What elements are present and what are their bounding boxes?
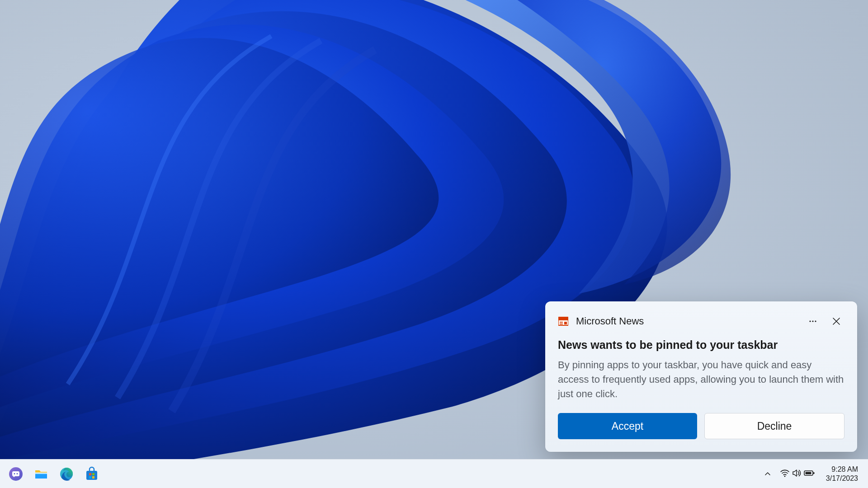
svg-rect-4 <box>560 324 563 324</box>
notification-toast: Microsoft News News wants to be pinned t… <box>545 301 857 452</box>
notification-header: Microsoft News <box>558 313 844 329</box>
accept-button[interactable]: Accept <box>558 413 697 439</box>
decline-button[interactable]: Decline <box>704 413 844 439</box>
notification-body: By pinning apps to your taskbar, you hav… <box>558 358 844 401</box>
svg-point-12 <box>17 473 18 474</box>
wifi-icon <box>780 468 790 480</box>
clock-date: 3/17/2023 <box>826 474 858 483</box>
svg-rect-16 <box>86 471 97 480</box>
svg-rect-19 <box>89 476 91 479</box>
svg-point-8 <box>815 321 816 322</box>
svg-point-11 <box>14 473 15 474</box>
store-icon <box>84 466 99 482</box>
svg-rect-23 <box>813 472 815 474</box>
ellipsis-icon <box>808 317 817 326</box>
notification-title: News wants to be pinned to your taskbar <box>558 338 844 352</box>
notification-more-button[interactable] <box>805 313 821 329</box>
svg-rect-14 <box>35 473 47 474</box>
battery-icon <box>803 468 815 480</box>
clock-button[interactable]: 9:28 AM 3/17/2023 <box>820 463 862 485</box>
svg-rect-5 <box>564 322 567 324</box>
notification-close-button[interactable] <box>828 313 844 329</box>
edge-icon <box>59 466 74 482</box>
news-app-icon <box>558 316 569 327</box>
svg-rect-3 <box>560 322 563 323</box>
clock-time: 9:28 AM <box>831 465 858 474</box>
svg-point-7 <box>812 321 813 322</box>
taskbar-system-tray: 9:28 AM 3/17/2023 <box>760 463 868 485</box>
quick-settings-button[interactable] <box>776 463 819 485</box>
taskbar-app-chat[interactable] <box>5 463 27 485</box>
taskbar-pinned-apps <box>0 463 103 485</box>
notification-app-name: Microsoft News <box>576 315 797 327</box>
svg-rect-17 <box>89 473 91 475</box>
svg-rect-20 <box>92 476 94 479</box>
show-hidden-icons-button[interactable] <box>760 463 775 485</box>
svg-rect-13 <box>35 474 47 479</box>
file-explorer-icon <box>33 466 49 482</box>
svg-point-6 <box>809 321 811 322</box>
svg-rect-10 <box>12 471 19 476</box>
taskbar-app-store[interactable] <box>80 463 103 485</box>
volume-icon <box>792 468 802 480</box>
chevron-up-icon <box>764 470 771 478</box>
close-icon <box>832 317 840 325</box>
taskbar-app-edge[interactable] <box>55 463 78 485</box>
svg-rect-24 <box>805 472 811 474</box>
svg-point-21 <box>784 475 785 477</box>
taskbar-app-file-explorer[interactable] <box>30 463 52 485</box>
svg-rect-18 <box>92 473 94 475</box>
desktop: Microsoft News News wants to be pinned t… <box>0 0 868 488</box>
chat-icon <box>8 466 24 482</box>
taskbar: 9:28 AM 3/17/2023 <box>0 459 868 488</box>
notification-actions: Accept Decline <box>558 413 844 439</box>
svg-rect-2 <box>558 317 568 320</box>
